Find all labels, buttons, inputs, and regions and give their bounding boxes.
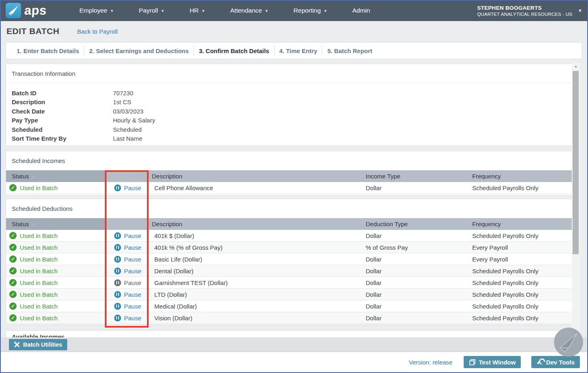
field-value: Last Name — [113, 135, 143, 142]
nav-item-employee[interactable]: Employee▼ — [67, 0, 126, 21]
used-in-batch-check-icon: ✓ — [9, 255, 17, 263]
nav-item-admin[interactable]: Admin — [340, 0, 383, 21]
pause-link[interactable]: Pause — [114, 256, 141, 263]
field-row: Check Date03/03/2023 — [12, 107, 573, 116]
user-name: STEPHEN BOOGAERTS — [477, 5, 572, 11]
wrench-icon — [537, 359, 543, 365]
batch-utilities-button[interactable]: Batch Utilities — [9, 339, 67, 350]
vertical-scrollbar[interactable]: ▲ ▼ — [572, 63, 580, 335]
tab-step-1[interactable]: 1. Enter Batch Details — [12, 47, 84, 54]
scroll-up-arrow-icon[interactable]: ▲ — [572, 63, 580, 69]
description-cell: Dental (Dollar) — [149, 268, 365, 274]
scroll-down-arrow-icon[interactable]: ▼ — [572, 329, 580, 335]
status-text: Used in Batch — [20, 184, 58, 191]
chevron-down-icon: ▼ — [110, 9, 114, 13]
tab-step-5[interactable]: 5. Batch Report — [322, 47, 377, 54]
type-cell: Dollar — [365, 256, 471, 263]
nav-item-label: Admin — [352, 7, 370, 14]
pause-link[interactable]: Pause — [114, 315, 141, 322]
pause-icon — [114, 268, 121, 274]
dev-tools-label: Dev Tools — [546, 359, 575, 366]
status-cell: ✓Used in Batch — [6, 244, 107, 251]
description-cell: 401k % (% of Gross Pay) — [149, 244, 365, 251]
status-text: Used in Batch — [20, 256, 58, 263]
used-in-batch-check-icon: ✓ — [9, 184, 17, 191]
frequency-cell: Scheduled Payrolls Only — [471, 315, 573, 322]
tab-step-3[interactable]: 3. Confirm Batch Details — [194, 47, 274, 54]
user-company: QUARTET ANALYTICAL RESOURCES - US — [477, 12, 572, 17]
nav-item-hr[interactable]: HR▼ — [177, 0, 217, 21]
frequency-cell: Every Payroll — [471, 256, 573, 263]
frequency-cell: Scheduled Payrolls Only — [471, 303, 573, 310]
user-menu[interactable]: STEPHEN BOOGAERTS QUARTET ANALYTICAL RES… — [477, 5, 588, 17]
used-in-batch-check-icon: ✓ — [9, 267, 17, 274]
table-row: ✓Used in BatchPauseVision (Dollar)Dollar… — [6, 312, 573, 324]
description-cell: Cell Phone Allowance — [149, 184, 365, 191]
nav-item-label: Attendance — [230, 7, 262, 14]
description-cell: LTD (Dollar) — [149, 291, 365, 298]
used-in-batch-check-icon: ✓ — [9, 291, 17, 298]
table-row: ✓Used in BatchPauseCell Phone AllowanceD… — [6, 182, 573, 194]
field-row: Sort Time Entry ByLast Name — [12, 134, 573, 144]
logo-text: aps — [24, 3, 47, 18]
scrollbar-thumb[interactable] — [573, 71, 579, 254]
description-cell: Basic Life (Dollar) — [149, 256, 365, 263]
chevron-down-icon: ▼ — [202, 9, 205, 13]
status-header-label: Status — [12, 221, 29, 227]
frequency-column-header: Frequency — [471, 221, 573, 227]
description-cell: Garnishment TEST (Dollar) — [149, 279, 365, 286]
version-text: Version: release — [409, 359, 453, 366]
chevron-down-icon: ▼ — [265, 9, 268, 13]
pause-label: Pause — [124, 244, 141, 251]
back-to-payroll-link[interactable]: Back to Payroll — [77, 28, 118, 35]
type-cell: Dollar — [365, 291, 471, 298]
type-cell: Dollar — [365, 184, 471, 191]
status-column-header[interactable]: Status▼ — [6, 218, 107, 230]
pause-link[interactable]: Pause — [114, 303, 141, 310]
tab-step-4[interactable]: 4. Time Entry — [275, 47, 322, 54]
pause-link[interactable]: Pause — [114, 268, 141, 274]
pause-cell: Pause — [107, 291, 149, 298]
status-text: Used in Batch — [20, 232, 58, 239]
pause-column-header — [107, 170, 149, 182]
table-row: ✓Used in BatchPause401k $ (Dollar)Dollar… — [6, 230, 573, 242]
section-title: Transaction Information — [6, 64, 573, 77]
status-text: Used in Batch — [20, 244, 58, 251]
nav-item-payroll[interactable]: Payroll▼ — [126, 0, 177, 21]
pause-link[interactable]: Pause — [114, 279, 141, 286]
pause-cell: Pause — [107, 268, 149, 274]
status-cell: ✓Used in Batch — [6, 302, 107, 310]
pause-link[interactable]: Pause — [114, 244, 141, 251]
status-column-header[interactable]: Status▼ — [6, 170, 107, 182]
pause-icon — [114, 244, 121, 251]
table-row: ✓Used in BatchPause401k % (% of Gross Pa… — [6, 242, 573, 253]
status-cell: ✓Used in Batch — [6, 291, 107, 298]
status-cell: ✓Used in Batch — [6, 255, 107, 263]
pause-column-header — [107, 218, 149, 230]
description-cell: 401k $ (Dollar) — [149, 232, 365, 239]
chevron-down-icon: ▼ — [324, 9, 327, 13]
field-row: ScheduledScheduled — [12, 125, 573, 134]
frequency-cell: Every Payroll — [471, 244, 573, 251]
pause-link[interactable]: Pause — [114, 232, 141, 239]
pause-icon — [114, 279, 121, 286]
pause-label: Pause — [124, 291, 141, 298]
pause-label: Pause — [124, 184, 141, 191]
field-value: 03/03/2023 — [113, 108, 143, 115]
pause-link[interactable]: Pause — [114, 184, 141, 191]
scheduled-incomes-card: Scheduled Incomes Status▼DescriptionInco… — [6, 151, 573, 195]
status-text: Used in Batch — [20, 303, 58, 310]
status-cell: ✓Used in Batch — [6, 267, 107, 274]
dev-tools-button[interactable]: Dev Tools — [531, 356, 580, 368]
pause-link[interactable]: Pause — [114, 291, 141, 298]
status-text: Used in Batch — [20, 279, 58, 286]
nav-item-reporting[interactable]: Reporting▼ — [281, 0, 340, 21]
field-label: Batch ID — [12, 90, 113, 96]
test-window-button[interactable]: Test Window — [464, 356, 521, 368]
nav-item-attendance[interactable]: Attendance▼ — [217, 0, 281, 21]
tab-step-2[interactable]: 2. Select Earnings and Deductions — [84, 47, 194, 54]
nav-item-label: HR — [190, 7, 198, 14]
type-column-header: Income Type — [365, 173, 471, 180]
table-row: ✓Used in BatchPauseDental (Dollar)Dollar… — [6, 265, 573, 277]
aps-logo[interactable]: aps — [0, 3, 67, 18]
